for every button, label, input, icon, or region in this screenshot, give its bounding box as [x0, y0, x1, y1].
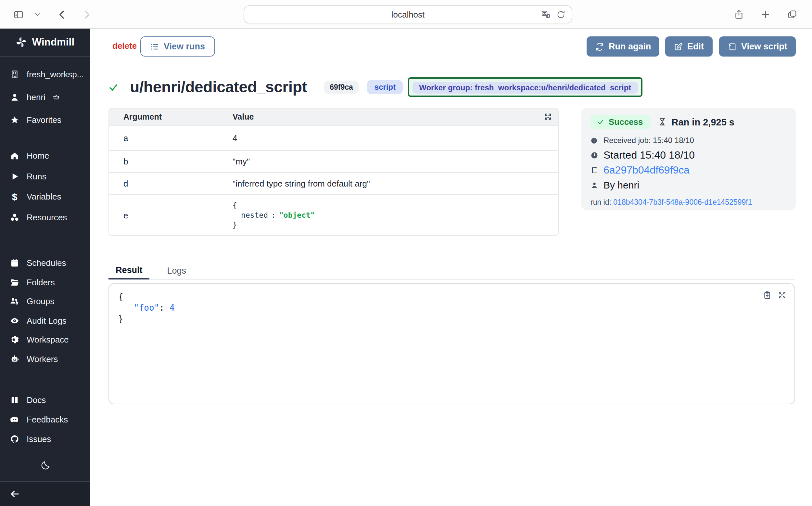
sidebar-item-feedbacks[interactable]: Feedbacks [0, 410, 90, 429]
page-title: u/henri/dedicated_script [130, 78, 307, 96]
sidebar-item-label: Folders [27, 277, 55, 287]
url-bar[interactable]: localhost [243, 5, 572, 23]
script-title-row: u/henri/dedicated_script 69f9ca script W… [108, 75, 642, 99]
run-again-button[interactable]: Run again [587, 36, 660, 57]
gear-icon [10, 335, 19, 345]
edit-pencil-icon [674, 42, 683, 51]
view-script-button[interactable]: View script [719, 36, 796, 57]
browser-chrome: localhost [0, 0, 812, 28]
sidebar-item-favorites[interactable]: Favorites [0, 108, 90, 131]
robot-icon [10, 354, 19, 364]
windmill-logo-text: Windmill [32, 36, 75, 48]
sidebar-item-workers[interactable]: Workers [0, 349, 90, 368]
expand-icon [544, 112, 552, 121]
user-group-gear-icon [10, 297, 19, 307]
dark-mode-toggle[interactable] [40, 460, 50, 471]
sidebar-item-issues[interactable]: Issues [0, 429, 90, 448]
expand-table-button[interactable] [544, 112, 552, 121]
table-header: Argument Value [109, 108, 558, 125]
sidebar-item-label: Groups [27, 297, 54, 307]
run-duration: Ran in 2,925 s [658, 117, 734, 127]
translate-icon[interactable] [541, 9, 551, 19]
sidebar-item-audit-logs[interactable]: Audit Logs [0, 311, 90, 330]
sidebar-item-resources[interactable]: Resources [0, 207, 90, 228]
result-viewer: { "foo":4 } [108, 283, 795, 404]
sidebar-toggle-icon[interactable] [13, 9, 24, 20]
copy-result-button[interactable] [763, 290, 772, 300]
forward-button[interactable] [81, 9, 92, 20]
edit-button[interactable]: Edit [665, 36, 712, 57]
sidebar-item-label: Resources [27, 213, 67, 222]
user-icon [591, 181, 598, 189]
run-info-panel: Success Ran in 2,925 s Received job: 15:… [581, 108, 796, 210]
sidebar: Windmill fresh_worksp... henri Favorites… [0, 28, 90, 506]
run-id-link[interactable]: 018b4304-7b3f-548a-9006-d1e1452599f1 [613, 198, 752, 206]
success-check-icon [108, 82, 118, 92]
sidebar-item-workspace-settings[interactable]: Workspace [0, 330, 90, 349]
new-tab-icon[interactable] [760, 9, 771, 20]
sidebar-item-label: Audit Logs [27, 316, 67, 326]
home-icon [10, 151, 19, 161]
share-icon[interactable] [733, 9, 744, 20]
sidebar-item-folders[interactable]: Folders [0, 273, 90, 292]
chevron-down-icon[interactable] [34, 10, 41, 18]
table-row: d "inferred type string from default arg… [109, 172, 558, 194]
clock-icon [591, 152, 598, 159]
object-value: { nested:"object" } [232, 200, 315, 230]
sidebar-item-groups[interactable]: Groups [0, 292, 90, 311]
back-button[interactable] [57, 9, 68, 20]
sidebar-item-user[interactable]: henri [0, 86, 90, 108]
sidebar-item-workspace-switcher[interactable]: fresh_worksp... [0, 63, 90, 86]
result-tabs: Result Logs [108, 262, 795, 279]
column-argument: Argument [109, 112, 232, 121]
hourglass-icon [658, 118, 667, 126]
sidebar-item-label: Runs [27, 172, 46, 181]
book-icon [10, 395, 19, 405]
sidebar-item-label: Workers [27, 354, 58, 364]
eye-icon [10, 316, 19, 326]
expand-result-button[interactable] [778, 290, 787, 300]
star-icon [10, 115, 19, 125]
crown-icon [53, 94, 60, 101]
tab-logs[interactable]: Logs [160, 262, 194, 279]
scroll-icon [591, 166, 598, 174]
sidebar-item-docs[interactable]: Docs [0, 390, 90, 410]
arguments-table: Argument Value a 4 b "my" d "inferred ty… [108, 108, 559, 236]
folder-open-icon [10, 277, 19, 287]
delete-button[interactable]: delete [112, 41, 137, 51]
received-row: Received job: 15:40 18/10 [591, 136, 787, 145]
sidebar-item-label: Favorites [27, 115, 62, 125]
table-row: e { nested:"object" } [109, 194, 558, 235]
check-icon [597, 118, 604, 125]
sidebar-item-label: henri [27, 92, 45, 102]
sidebar-item-schedules[interactable]: Schedules [0, 253, 90, 273]
play-icon [10, 172, 19, 181]
sidebar-footer [0, 481, 90, 506]
sidebar-item-label: Home [27, 151, 49, 161]
cubes-icon [10, 213, 19, 222]
sidebar-item-label: Issues [27, 434, 51, 444]
job-id-link[interactable]: 6a297b04df69f9ca [603, 164, 690, 176]
kind-badge: script [367, 80, 403, 94]
expand-icon [778, 290, 787, 300]
main-content: delete View runs Run again Edit View scr… [90, 28, 812, 506]
view-runs-button[interactable]: View runs [140, 36, 215, 57]
sidebar-item-home[interactable]: Home [0, 146, 90, 166]
reload-icon[interactable] [556, 9, 566, 19]
github-icon [10, 434, 19, 444]
collapse-sidebar-button[interactable] [10, 489, 20, 499]
scroll-icon [727, 42, 737, 51]
hash-badge: 69f9ca [324, 81, 359, 94]
column-value: Value [232, 112, 254, 121]
refresh-icon [595, 42, 604, 51]
table-row: a 4 [109, 125, 558, 150]
status-badge: Success [591, 115, 649, 129]
sidebar-item-label: fresh_worksp... [27, 70, 84, 79]
tab-result[interactable]: Result [108, 262, 150, 279]
windmill-logo[interactable]: Windmill [0, 28, 90, 57]
tab-overview-icon[interactable] [787, 9, 798, 20]
app-window: localhost [0, 0, 812, 506]
sidebar-item-variables[interactable]: $ Variables [0, 186, 90, 207]
clipboard-copy-icon [763, 290, 772, 300]
sidebar-item-runs[interactable]: Runs [0, 166, 90, 186]
